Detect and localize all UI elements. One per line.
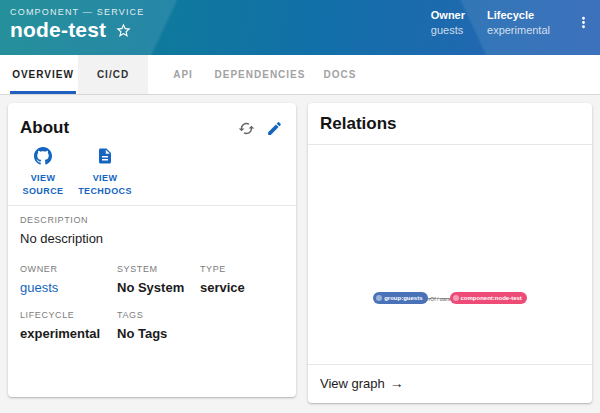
component-icon — [453, 295, 459, 301]
about-card: About VIEW SOURCE VIEW — [8, 103, 296, 397]
owner-value: guests — [431, 24, 465, 36]
graph-node-group-guests[interactable]: group:guests — [373, 292, 427, 304]
tab-overview[interactable]: OVERVIEW — [8, 55, 78, 94]
page-title: node-test — [10, 18, 106, 42]
favorite-star-icon[interactable] — [115, 21, 133, 39]
about-title: About — [20, 118, 69, 138]
entity-header: COMPONENT — SERVICE node-test Owner gues… — [0, 0, 600, 55]
techdocs-icon — [96, 147, 114, 169]
view-source-link[interactable]: VIEW SOURCE — [14, 147, 72, 198]
description-block: DESCRIPTION No description — [20, 215, 284, 246]
tab-dependencies[interactable]: DEPENDENCIES — [218, 55, 302, 94]
owner-meta: Owner guests — [431, 9, 465, 36]
view-techdocs-label: VIEW TECHDOCS — [78, 172, 132, 198]
owner-guests-link[interactable]: guests — [20, 280, 117, 295]
owner-label: Owner — [431, 9, 465, 21]
more-options-kebab-icon[interactable] — [572, 9, 594, 35]
lifecycle-label: Lifecycle — [487, 9, 550, 21]
field-tags: TAGS No Tags — [117, 310, 200, 341]
field-type: TYPE service — [200, 264, 284, 295]
content-area: About VIEW SOURCE VIEW — [0, 95, 600, 413]
tab-cicd[interactable]: CI/CD — [78, 55, 148, 94]
lifecycle-value: experimental — [487, 24, 550, 36]
graph-node-component-node-test[interactable]: component:node-test — [450, 292, 527, 304]
graph-edge: ownerOf / ownedBy — [428, 298, 450, 299]
tab-docs[interactable]: DOCS — [302, 55, 378, 94]
entity-tabs: OVERVIEW CI/CD API DEPENDENCIES DOCS — [0, 55, 600, 95]
github-icon — [34, 147, 52, 169]
view-graph-label: View graph — [320, 376, 385, 391]
relations-graph: group:guests ownerOf / ownedBy component… — [308, 145, 592, 367]
description-value: No description — [20, 231, 284, 246]
view-graph-link[interactable]: View graph → — [308, 365, 592, 403]
view-source-label: VIEW SOURCE — [18, 172, 68, 198]
description-label: DESCRIPTION — [20, 215, 284, 225]
relations-card: Relations group:guests ownerOf / ownedBy… — [308, 103, 592, 403]
field-owner: OWNER guests — [20, 264, 117, 295]
refresh-icon[interactable] — [232, 114, 260, 142]
relations-title: Relations — [320, 114, 580, 134]
edit-pencil-icon[interactable] — [260, 114, 288, 142]
field-lifecycle: LIFECYCLE experimental — [20, 310, 117, 341]
tab-api[interactable]: API — [148, 55, 218, 94]
group-icon — [376, 295, 382, 301]
arrow-right-icon: → — [390, 375, 404, 391]
lifecycle-meta: Lifecycle experimental — [487, 9, 550, 36]
field-system: SYSTEM No System — [117, 264, 200, 295]
view-techdocs-link[interactable]: VIEW TECHDOCS — [72, 147, 138, 198]
breadcrumb: COMPONENT — SERVICE — [10, 7, 145, 17]
